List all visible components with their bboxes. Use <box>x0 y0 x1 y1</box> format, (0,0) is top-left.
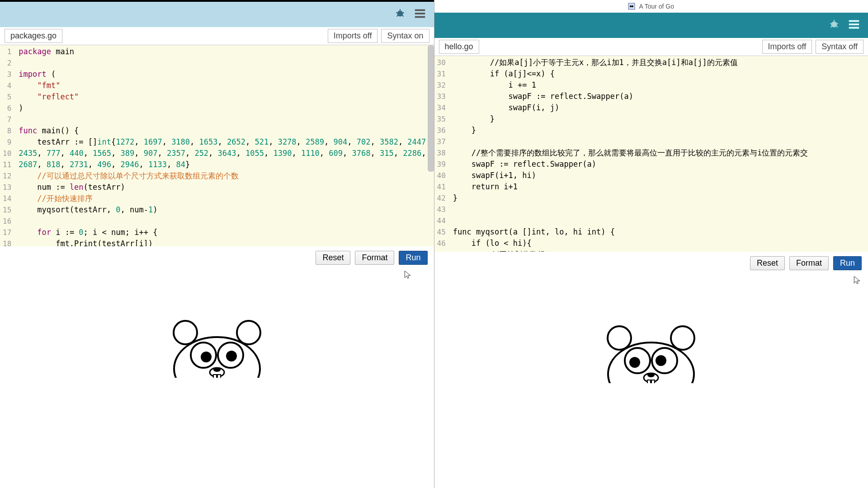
bug-icon[interactable] <box>394 8 406 21</box>
gopher-icon <box>592 293 710 383</box>
svg-point-37 <box>629 357 640 368</box>
svg-rect-42 <box>651 380 655 383</box>
reset-button[interactable]: Reset <box>750 256 785 270</box>
left-header <box>0 2 434 27</box>
svg-line-28 <box>836 26 837 27</box>
file-tab[interactable]: hello.go <box>439 40 479 54</box>
svg-point-38 <box>656 355 666 366</box>
menu-icon[interactable] <box>413 7 427 22</box>
bug-icon[interactable] <box>828 19 840 32</box>
svg-line-2 <box>396 13 397 13</box>
file-tab[interactable]: packages.go <box>5 29 62 43</box>
svg-point-40 <box>647 373 655 377</box>
right-header <box>434 13 868 38</box>
menu-icon[interactable] <box>847 18 861 33</box>
right-tabs-row: hello.go Imports off Syntax off <box>434 38 868 56</box>
svg-rect-18 <box>213 375 217 378</box>
page-title: A Tour of Go <box>639 3 674 10</box>
right-output <box>434 275 868 488</box>
svg-point-10 <box>174 321 197 344</box>
format-button[interactable]: Format <box>789 256 829 270</box>
svg-point-15 <box>226 351 237 361</box>
syntax-toggle[interactable]: Syntax off <box>816 40 863 54</box>
scrollbar[interactable] <box>428 45 434 172</box>
syntax-toggle[interactable]: Syntax on <box>381 29 429 43</box>
svg-line-4 <box>396 15 398 16</box>
cursor-icon <box>853 275 862 286</box>
left-pane: packages.go Imports off Syntax on 123456… <box>0 0 434 488</box>
svg-line-25 <box>830 23 831 24</box>
run-button[interactable]: Run <box>833 256 862 270</box>
svg-point-22 <box>632 5 633 7</box>
cursor-icon <box>403 269 412 280</box>
svg-point-21 <box>630 5 632 7</box>
reset-button[interactable]: Reset <box>316 251 350 265</box>
svg-point-11 <box>237 321 260 344</box>
svg-line-3 <box>402 13 404 13</box>
format-button[interactable]: Format <box>355 251 394 265</box>
right-editor[interactable]: 3031323334353637383940414243444546474849… <box>434 56 868 252</box>
svg-point-17 <box>213 367 221 372</box>
svg-rect-41 <box>647 380 651 383</box>
imports-toggle[interactable]: Imports off <box>328 29 378 43</box>
right-pane: A Tour of Go hello.go Imports off Syntax… <box>434 0 868 488</box>
svg-line-27 <box>830 26 832 27</box>
svg-line-5 <box>402 15 403 16</box>
svg-point-33 <box>608 326 631 350</box>
gopher-logo-icon <box>628 3 635 10</box>
svg-point-14 <box>201 352 212 362</box>
right-buttons: Reset Format Run <box>434 252 868 275</box>
imports-toggle[interactable]: Imports off <box>762 40 812 54</box>
left-output <box>0 269 434 488</box>
left-tabs-row: packages.go Imports off Syntax on <box>0 27 434 45</box>
svg-point-34 <box>671 326 694 350</box>
title-row: A Tour of Go <box>434 0 868 13</box>
svg-rect-19 <box>217 375 221 378</box>
run-button[interactable]: Run <box>399 251 427 265</box>
gopher-icon <box>158 287 276 378</box>
left-buttons: Reset Format Run <box>0 246 434 269</box>
svg-line-26 <box>836 23 838 24</box>
left-editor[interactable]: 123456789101112131415161718192021222324 … <box>0 45 434 246</box>
